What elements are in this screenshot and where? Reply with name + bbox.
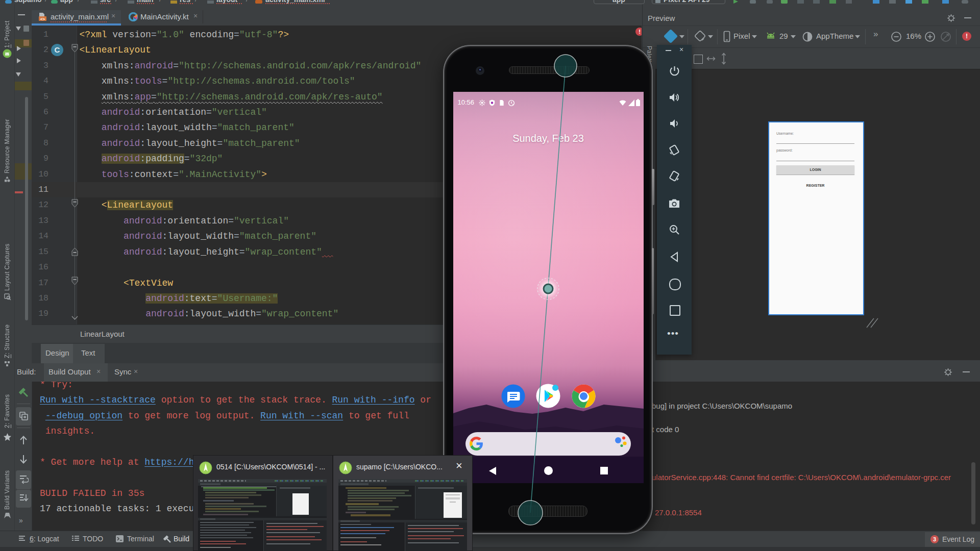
svg-text:<>: <> <box>40 17 45 21</box>
